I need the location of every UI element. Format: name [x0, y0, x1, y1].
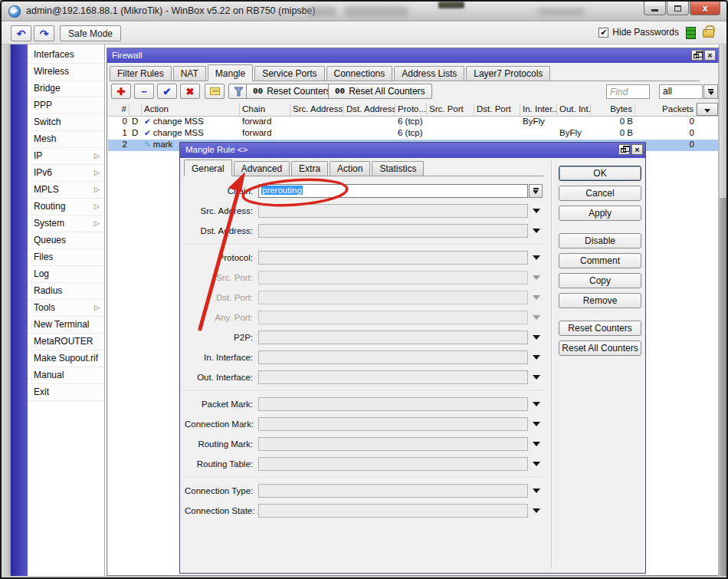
table-row[interactable]: 0 D ✔change MSS forward 6 (tcp) ByFly 0 …: [108, 117, 718, 128]
column-header[interactable]: Out. Int...: [557, 104, 591, 117]
sidebar-item[interactable]: Tools ▷: [28, 300, 104, 317]
field-input[interactable]: [258, 417, 528, 431]
sidebar-item[interactable]: Routing ▷: [28, 199, 104, 215]
column-header[interactable]: Packets: [635, 104, 697, 117]
field-input[interactable]: [258, 370, 528, 384]
dialog-button[interactable]: Cancel: [559, 186, 641, 201]
field-dropdown-button[interactable]: [529, 251, 544, 265]
sidebar-item[interactable]: Files: [28, 249, 104, 266]
minimize-button[interactable]: [644, 2, 666, 15]
sidebar-item[interactable]: Exit: [28, 384, 104, 401]
sidebar-item[interactable]: MetaROUTER: [28, 334, 104, 350]
field-input[interactable]: [258, 311, 528, 324]
column-header[interactable]: Bytes: [591, 104, 635, 117]
filter-scope-dropdown-button[interactable]: [703, 84, 718, 99]
field-dropdown-button[interactable]: [529, 331, 544, 344]
sidebar-item[interactable]: Manual: [28, 367, 104, 384]
field-dropdown-button[interactable]: [529, 350, 544, 364]
sidebar-item[interactable]: Wireless: [28, 64, 104, 81]
comment-button[interactable]: [205, 84, 225, 99]
field-input[interactable]: [258, 457, 528, 471]
find-input[interactable]: [606, 84, 650, 99]
field-dropdown-button[interactable]: [529, 437, 544, 451]
table-row[interactable]: 1 D ✔change MSS forward 6 (tcp) ByFly 0 …: [108, 128, 718, 140]
sidebar-item[interactable]: Radius: [28, 283, 104, 300]
reset-counters-button[interactable]: 00 Reset Counters: [246, 84, 338, 99]
column-header[interactable]: In. Inter...: [520, 104, 557, 117]
column-filter-dropdown-button[interactable]: [697, 103, 718, 116]
firewall-tab[interactable]: NAT: [173, 66, 206, 81]
column-header[interactable]: Chain: [240, 104, 290, 117]
dialog-tab[interactable]: Action: [330, 161, 370, 176]
column-header[interactable]: #: [108, 104, 130, 117]
sidebar-item[interactable]: New Terminal: [28, 317, 104, 334]
dialog-button[interactable]: OK: [559, 166, 641, 181]
dialog-titlebar[interactable]: Mangle Rule <> ×: [180, 143, 645, 158]
firewall-restore-button[interactable]: [691, 50, 703, 61]
field-input[interactable]: prerouting: [258, 184, 528, 198]
column-header[interactable]: Dst. Port: [474, 104, 520, 117]
field-input[interactable]: [258, 397, 528, 411]
sidebar-item[interactable]: Bridge: [28, 81, 104, 97]
filter-scope-select[interactable]: all: [659, 84, 703, 99]
field-dropdown-button[interactable]: [529, 504, 544, 518]
dialog-button[interactable]: Reset All Counters: [559, 340, 641, 356]
firewall-tab[interactable]: Service Ports: [254, 66, 324, 81]
sidebar-item[interactable]: Queues: [28, 232, 104, 249]
field-dropdown-button[interactable]: [529, 224, 544, 238]
redo-button[interactable]: ↷: [34, 25, 54, 41]
field-dropdown-button[interactable]: [529, 204, 544, 218]
undo-button[interactable]: ↶: [11, 25, 31, 41]
field-input[interactable]: [258, 484, 528, 498]
field-dropdown-button[interactable]: [529, 417, 544, 431]
column-header[interactable]: [130, 104, 142, 117]
dialog-tab[interactable]: Advanced: [234, 161, 290, 176]
sidebar-item[interactable]: MPLS ▷: [28, 182, 104, 199]
sidebar-item[interactable]: Switch: [28, 114, 104, 131]
dialog-button[interactable]: Copy: [559, 273, 641, 288]
firewall-tab[interactable]: Connections: [326, 66, 393, 81]
field-input[interactable]: [258, 251, 528, 265]
field-dropdown-button[interactable]: [529, 370, 544, 384]
field-input[interactable]: [258, 350, 528, 364]
sidebar-item[interactable]: Interfaces: [28, 47, 104, 64]
field-dropdown-button[interactable]: [529, 271, 544, 285]
remove-rule-button[interactable]: −: [134, 84, 154, 99]
field-input[interactable]: [258, 224, 528, 238]
hide-passwords-checkbox[interactable]: ✔: [598, 28, 608, 38]
firewall-tab[interactable]: Mangle: [208, 64, 253, 81]
firewall-tab[interactable]: Filter Rules: [110, 66, 172, 81]
disable-rule-button[interactable]: ✖: [180, 84, 200, 99]
dialog-close-button[interactable]: ×: [631, 144, 643, 155]
safe-mode-button[interactable]: Safe Mode: [60, 25, 121, 41]
dialog-button[interactable]: Comment: [559, 253, 641, 268]
dialog-tab[interactable]: Extra: [291, 161, 328, 176]
dialog-button[interactable]: Reset Counters: [559, 321, 641, 336]
dialog-button[interactable]: Remove: [559, 293, 641, 308]
firewall-tab[interactable]: Address Lists: [394, 66, 464, 81]
firewall-titlebar[interactable]: Firewall ×: [107, 48, 718, 63]
close-button[interactable]: x: [690, 2, 720, 15]
field-input[interactable]: [258, 331, 528, 344]
sidebar-item[interactable]: Log: [28, 266, 104, 283]
field-input[interactable]: [258, 271, 528, 285]
field-dropdown-button[interactable]: [529, 291, 544, 304]
dialog-tab[interactable]: Statistics: [372, 161, 424, 176]
dialog-button[interactable]: Apply: [559, 206, 641, 221]
firewall-close-button[interactable]: ×: [704, 50, 716, 61]
add-rule-button[interactable]: ✚: [111, 84, 131, 99]
dialog-tab[interactable]: General: [184, 160, 232, 176]
field-input[interactable]: [258, 504, 528, 518]
sidebar-item[interactable]: Make Supout.rif: [28, 350, 104, 367]
field-dropdown-button[interactable]: [529, 457, 544, 471]
column-header[interactable]: Dst. Address: [344, 104, 395, 117]
dialog-restore-button[interactable]: [618, 144, 630, 155]
sidebar-item[interactable]: IP ▷: [28, 148, 104, 165]
maximize-button[interactable]: [667, 2, 689, 15]
field-dropdown-button[interactable]: [529, 484, 544, 498]
field-dropdown-button[interactable]: [529, 397, 544, 411]
field-input[interactable]: [258, 291, 528, 304]
column-header[interactable]: Src. Port: [427, 104, 474, 117]
enable-rule-button[interactable]: ✔: [157, 84, 177, 99]
field-input[interactable]: [258, 437, 528, 451]
